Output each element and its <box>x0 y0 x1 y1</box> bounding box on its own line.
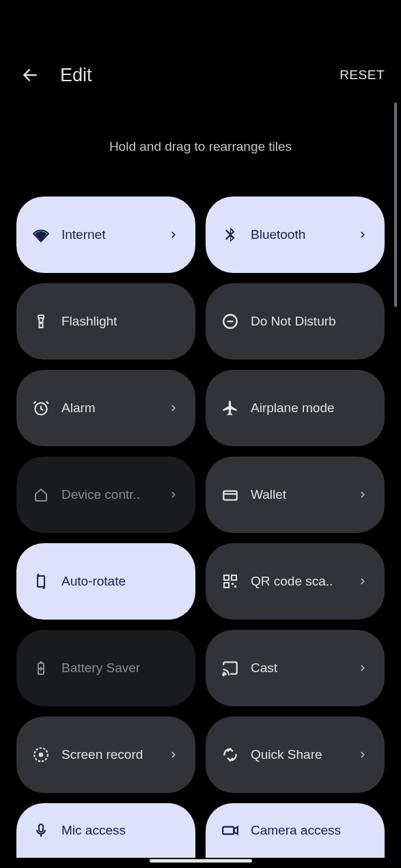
wifi-icon <box>31 225 51 244</box>
scrollbar[interactable] <box>394 102 397 307</box>
tile-flashlight[interactable]: Flashlight <box>16 283 195 360</box>
tile-device-controls[interactable]: Device contr.. <box>16 457 195 533</box>
tile-label: Alarm <box>61 401 167 416</box>
tile-label: Airplane mode <box>251 401 370 416</box>
qr-icon <box>221 572 240 591</box>
tile-bluetooth[interactable]: Bluetooth <box>206 197 385 273</box>
flashlight-icon <box>31 312 51 331</box>
arrow-left-icon <box>21 66 39 84</box>
svg-point-20 <box>39 753 44 757</box>
tile-battery-saver[interactable]: Battery Saver <box>16 630 195 706</box>
tile-label: Quick Share <box>251 747 356 762</box>
tile-label: Wallet <box>251 487 356 502</box>
tile-alarm[interactable]: Alarm <box>16 370 195 446</box>
svg-point-18 <box>223 674 224 676</box>
tile-label: Battery Saver <box>61 661 180 676</box>
alarm-icon <box>31 399 51 418</box>
svg-rect-1 <box>38 315 44 318</box>
dnd-icon <box>221 312 240 331</box>
tile-label: Do Not Disturb <box>251 314 370 329</box>
tile-internet[interactable]: Internet <box>16 197 195 273</box>
svg-rect-22 <box>223 827 234 835</box>
svg-rect-12 <box>232 583 234 585</box>
mic-icon <box>31 821 51 840</box>
chevron-right-icon <box>356 748 370 762</box>
chevron-right-icon <box>167 401 180 415</box>
tile-quick-share[interactable]: Quick Share <box>206 717 385 793</box>
tile-dnd[interactable]: Do Not Disturb <box>206 283 385 360</box>
svg-point-2 <box>40 322 42 323</box>
airplane-icon <box>221 399 240 418</box>
svg-rect-9 <box>224 575 229 580</box>
svg-rect-11 <box>224 583 229 588</box>
tile-label: Screen record <box>61 747 167 762</box>
svg-rect-10 <box>232 575 236 580</box>
tile-label: Auto-rotate <box>61 574 180 589</box>
tile-label: Camera access <box>251 823 370 838</box>
chevron-right-icon <box>167 228 180 242</box>
hint-text: Hold and drag to rearrange tiles <box>0 139 401 154</box>
tile-camera-access[interactable]: Camera access <box>206 803 385 858</box>
tile-label: Flashlight <box>61 314 180 329</box>
tiles-grid: Internet Bluetooth Flashlight Do Not Dis… <box>0 197 401 858</box>
page-title: Edit <box>60 65 340 86</box>
tile-qr-scan[interactable]: QR code sca.. <box>206 543 385 620</box>
tile-screen-record[interactable]: Screen record <box>16 717 195 793</box>
svg-rect-21 <box>39 824 43 832</box>
bluetooth-icon <box>221 225 240 244</box>
tile-label: Cast <box>251 661 356 676</box>
chevron-right-icon <box>356 575 370 588</box>
back-button[interactable] <box>16 61 44 89</box>
tile-mic-access[interactable]: Mic access <box>16 803 195 858</box>
wallet-icon <box>221 485 240 504</box>
rotate-icon <box>31 572 51 591</box>
svg-rect-6 <box>223 491 237 500</box>
tile-label: Device contr.. <box>61 487 167 502</box>
home-icon <box>31 485 51 504</box>
reset-button[interactable]: RESET <box>340 68 385 83</box>
camera-icon <box>221 821 240 840</box>
tile-label: Mic access <box>61 823 180 838</box>
chevron-right-icon <box>167 748 180 762</box>
record-icon <box>31 745 51 764</box>
chevron-right-icon <box>356 661 370 675</box>
tile-wallet[interactable]: Wallet <box>206 457 385 533</box>
tile-cast[interactable]: Cast <box>206 630 385 706</box>
nav-handle[interactable] <box>150 859 252 863</box>
share-icon <box>221 745 240 764</box>
chevron-right-icon <box>356 228 370 242</box>
tile-label: Bluetooth <box>251 227 356 242</box>
tile-label: QR code sca.. <box>251 574 356 589</box>
cast-icon <box>221 659 240 678</box>
svg-rect-13 <box>234 585 236 588</box>
tile-label: Internet <box>61 227 167 242</box>
header: Edit RESET <box>0 53 401 97</box>
tile-airplane[interactable]: Airplane mode <box>206 370 385 446</box>
svg-rect-8 <box>38 576 44 587</box>
chevron-right-icon <box>167 488 180 502</box>
battery-icon <box>31 659 51 678</box>
tile-auto-rotate[interactable]: Auto-rotate <box>16 543 195 620</box>
chevron-right-icon <box>356 488 370 502</box>
